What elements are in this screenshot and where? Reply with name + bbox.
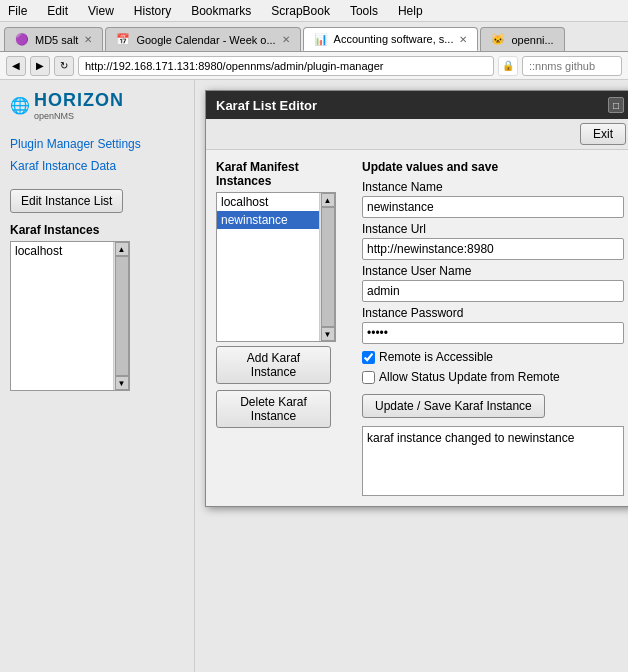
favicon-icon: 🔒: [498, 56, 518, 76]
instance-username-label: Instance User Name: [362, 264, 624, 278]
manifest-items: localhost newinstance: [217, 193, 319, 341]
menu-tools[interactable]: Tools: [346, 2, 382, 20]
karaf-instances-listbox[interactable]: localhost ▲ ▼: [10, 241, 130, 391]
manifest-instances-listbox[interactable]: localhost newinstance ▲ ▼: [216, 192, 336, 342]
menu-scrapbook[interactable]: ScrapBook: [267, 2, 334, 20]
edit-instance-button[interactable]: Edit Instance List: [10, 189, 123, 213]
titlebar-buttons: □: [608, 97, 624, 113]
maximize-button[interactable]: □: [608, 97, 624, 113]
remote-accessible-checkbox[interactable]: [362, 351, 375, 364]
tab-icon-github: 🐱: [491, 33, 505, 46]
content-area: Karaf List Editor □ Exit Karaf Manifest …: [195, 80, 628, 672]
tab-accounting[interactable]: 📊 Accounting software, s... ✕: [303, 27, 479, 51]
tab-calendar[interactable]: 📅 Google Calendar - Week o... ✕: [105, 27, 300, 51]
modal-karaf-list-editor: Karaf List Editor □ Exit Karaf Manifest …: [205, 90, 628, 507]
url-input[interactable]: [78, 56, 494, 76]
manifest-instances-label: Karaf Manifest Instances: [216, 160, 346, 188]
menu-edit[interactable]: Edit: [43, 2, 72, 20]
menu-bookmarks[interactable]: Bookmarks: [187, 2, 255, 20]
menu-history[interactable]: History: [130, 2, 175, 20]
instance-name-input[interactable]: [362, 196, 624, 218]
main-layout: 🌐 HORIZON openNMS Plugin Manager Setting…: [0, 80, 628, 672]
horizon-icon: 🌐: [10, 96, 30, 115]
sidebar-plugin-manager[interactable]: Plugin Manager Settings: [10, 137, 184, 151]
modal-toolbar: Exit: [206, 119, 628, 150]
logo-area: 🌐 HORIZON openNMS: [10, 90, 184, 121]
update-save-button[interactable]: Update / Save Karaf Instance: [362, 394, 545, 418]
list-item-localhost[interactable]: localhost: [217, 193, 319, 211]
tab-close-calendar[interactable]: ✕: [282, 34, 290, 45]
list-item[interactable]: localhost: [11, 242, 113, 260]
logo-sub: openNMS: [34, 111, 124, 121]
back-button[interactable]: ◀: [6, 56, 26, 76]
modal-right-panel: Update values and save Instance Name Ins…: [362, 160, 624, 496]
instance-url-input[interactable]: [362, 238, 624, 260]
search-input[interactable]: [522, 56, 622, 76]
manifest-scroll-down[interactable]: ▼: [321, 327, 335, 341]
update-label: Update values and save: [362, 160, 624, 174]
refresh-button[interactable]: ↻: [54, 56, 74, 76]
status-update-row: Allow Status Update from Remote: [362, 370, 624, 384]
exit-button[interactable]: Exit: [580, 123, 626, 145]
status-text: karaf instance changed to newinstance: [367, 431, 574, 445]
tab-icon-accounting: 📊: [314, 33, 328, 46]
add-karaf-button[interactable]: Add Karaf Instance: [216, 346, 331, 384]
menu-file[interactable]: File: [4, 2, 31, 20]
status-update-label: Allow Status Update from Remote: [379, 370, 560, 384]
tab-close-md5[interactable]: ✕: [84, 34, 92, 45]
scroll-thumb[interactable]: [115, 256, 129, 376]
forward-button[interactable]: ▶: [30, 56, 50, 76]
manifest-scroll-up[interactable]: ▲: [321, 193, 335, 207]
tab-label-accounting: Accounting software, s...: [334, 33, 454, 45]
sidebar: 🌐 HORIZON openNMS Plugin Manager Setting…: [0, 80, 195, 672]
menubar: File Edit View History Bookmarks ScrapBo…: [0, 0, 628, 22]
instance-name-label: Instance Name: [362, 180, 624, 194]
tab-icon-calendar: 📅: [116, 33, 130, 46]
menu-view[interactable]: View: [84, 2, 118, 20]
logo-text: HORIZON: [34, 90, 124, 111]
tab-label-md5: MD5 salt: [35, 34, 78, 46]
tab-icon-md5: 🟣: [15, 33, 29, 46]
tab-label-calendar: Google Calendar - Week o...: [136, 34, 275, 46]
tab-md5[interactable]: 🟣 MD5 salt ✕: [4, 27, 103, 51]
instance-url-label: Instance Url: [362, 222, 624, 236]
instance-username-input[interactable]: [362, 280, 624, 302]
tab-label-github: openni...: [511, 34, 553, 46]
scroll-down-arrow[interactable]: ▼: [115, 376, 129, 390]
modal-title: Karaf List Editor: [216, 98, 317, 113]
tab-close-accounting[interactable]: ✕: [459, 34, 467, 45]
delete-karaf-button[interactable]: Delete Karaf Instance: [216, 390, 331, 428]
manifest-scrollbar: ▲ ▼: [319, 193, 335, 341]
tabbar: 🟣 MD5 salt ✕ 📅 Google Calendar - Week o.…: [0, 22, 628, 52]
remote-accessible-label: Remote is Accessible: [379, 350, 493, 364]
list-item-newinstance[interactable]: newinstance: [217, 211, 319, 229]
instance-password-label: Instance Password: [362, 306, 624, 320]
status-update-checkbox[interactable]: [362, 371, 375, 384]
sidebar-karaf-data[interactable]: Karaf Instance Data: [10, 159, 184, 173]
modal-left-panel: Karaf Manifest Instances localhost newin…: [216, 160, 346, 496]
modal-body: Karaf Manifest Instances localhost newin…: [206, 150, 628, 506]
modal-titlebar: Karaf List Editor □: [206, 91, 628, 119]
status-box: karaf instance changed to newinstance: [362, 426, 624, 496]
instance-password-input[interactable]: [362, 322, 624, 344]
remote-accessible-row: Remote is Accessible: [362, 350, 624, 364]
menu-help[interactable]: Help: [394, 2, 427, 20]
karaf-instances-label: Karaf Instances: [10, 223, 184, 237]
tab-github[interactable]: 🐱 openni...: [480, 27, 564, 51]
addressbar: ◀ ▶ ↻ 🔒: [0, 52, 628, 80]
manifest-scroll-thumb[interactable]: [321, 207, 335, 327]
scroll-up-arrow[interactable]: ▲: [115, 242, 129, 256]
sidebar-scrollbar: ▲ ▼: [113, 242, 129, 390]
